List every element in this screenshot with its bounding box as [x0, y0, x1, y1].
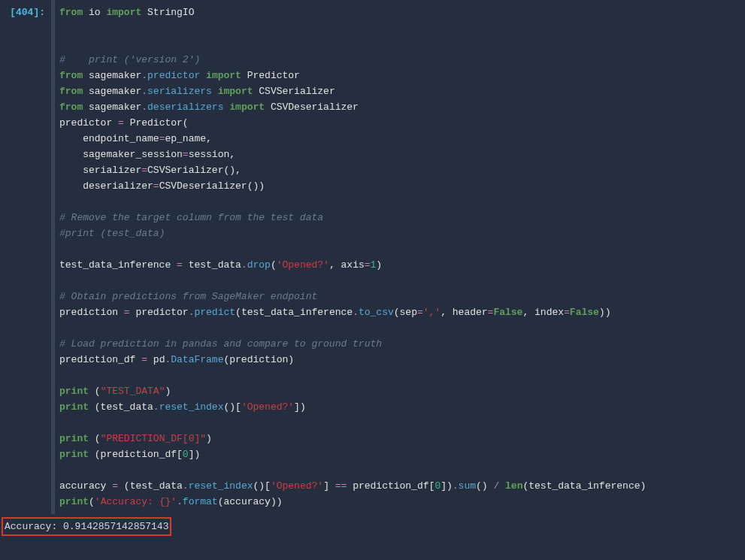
- builtin-print: print: [59, 386, 89, 397]
- num-0: 0: [183, 449, 189, 460]
- method-resetindex: reset_index: [159, 401, 224, 413]
- const-false: False: [570, 307, 599, 318]
- equals: =: [183, 149, 189, 160]
- method-drop: drop: [247, 259, 271, 271]
- keyword-from: from: [59, 7, 83, 18]
- expr: (test_data: [118, 480, 183, 492]
- submodule-predictor: predictor: [147, 70, 200, 81]
- args: (prediction): [223, 354, 294, 365]
- equals: =: [118, 117, 124, 129]
- string-opened: 'Opened?': [241, 401, 294, 413]
- builtin-print: print: [59, 496, 89, 507]
- paren: ): [165, 386, 171, 397]
- comment: #print (test_data): [59, 228, 165, 239]
- module-sagemaker: sagemaker: [83, 101, 141, 113]
- paren: ]): [294, 401, 306, 413]
- keyword-import: import: [206, 70, 241, 81]
- string-testdata: "TEST_DATA": [101, 386, 165, 397]
- value-csvdeserializer: CSVDeserializer()): [159, 180, 265, 192]
- paren: (: [89, 433, 101, 444]
- kwarg-serializer: serializer: [59, 165, 141, 176]
- value-session: session,: [189, 149, 235, 160]
- assign-left: prediction_df: [59, 354, 141, 365]
- equals: =: [141, 165, 147, 176]
- submodule-deserializers: deserializers: [147, 101, 223, 113]
- code-input-area[interactable]: from io import StringIO # print ('versio…: [55, 0, 745, 514]
- paren: ]): [441, 480, 453, 492]
- string-opened: 'Opened?': [271, 480, 323, 492]
- builtin-print: print: [59, 449, 89, 460]
- dot: .: [353, 307, 359, 318]
- paren: ): [206, 433, 212, 444]
- paren: )): [599, 307, 611, 318]
- accuracy-text: Accuracy: 0.9142857142857143: [5, 521, 168, 532]
- space: [200, 70, 206, 81]
- equals: =: [177, 259, 183, 271]
- builtin-print: print: [59, 401, 89, 413]
- test-data: test_data: [183, 259, 241, 271]
- paren: ): [376, 259, 382, 271]
- expr: prediction_df[: [347, 480, 435, 492]
- method-sum: sum: [459, 480, 476, 492]
- string-accuracy: 'Accuracy: {}': [95, 496, 177, 507]
- string-opened: 'Opened?': [277, 259, 329, 271]
- space: [212, 86, 218, 97]
- name-csvserializer: CSVSerializer: [253, 86, 335, 97]
- value-epname: ep_name,: [165, 133, 211, 144]
- keyword-import: import: [229, 101, 265, 113]
- args: (test_data_inference): [522, 480, 646, 492]
- cell-prompt: [404]:: [0, 0, 51, 25]
- comment: # print ('version 2'): [59, 54, 200, 65]
- kwarg-endpoint: endpoint_name: [59, 133, 159, 144]
- args: (accuracy)): [218, 496, 283, 507]
- submodule-serializers: serializers: [147, 86, 212, 97]
- assign-left: accuracy: [59, 480, 112, 492]
- keyword-from: from: [59, 86, 83, 97]
- dot: .: [141, 70, 147, 81]
- comment: # Remove the target column from the test…: [59, 212, 323, 223]
- kwarg-deserializer: deserializer: [59, 180, 153, 192]
- string-predictiondf: "PREDICTION_DF[0]": [101, 433, 206, 444]
- name-stringio: StringIO: [141, 7, 194, 18]
- comment: # Load prediction in pandas and compare …: [59, 338, 382, 350]
- paren: ]): [189, 449, 201, 460]
- output-area: Accuracy: 0.9142857142857143: [0, 514, 745, 539]
- paren: (): [476, 480, 493, 492]
- call-predictor: Predictor(: [124, 117, 189, 129]
- assign-left: prediction: [59, 307, 124, 318]
- module-sagemaker: sagemaker: [83, 70, 141, 81]
- code-cell: [404]: from io import StringIO # print (…: [0, 0, 745, 514]
- dot: .: [177, 496, 183, 507]
- dot: .: [141, 101, 147, 113]
- paren: (sep: [394, 307, 417, 318]
- keyword-from: from: [59, 101, 83, 113]
- paren: ()[: [223, 401, 241, 413]
- kwarg-index: , index: [522, 307, 564, 318]
- module-io: io: [83, 7, 106, 18]
- keyword-from: from: [59, 70, 83, 81]
- method-resetindex: reset_index: [189, 480, 253, 492]
- method-format: format: [183, 496, 218, 507]
- comment: # Obtain predictions from SageMaker endp…: [59, 291, 317, 302]
- assign-left: predictor: [59, 117, 118, 129]
- equals: =: [141, 354, 147, 365]
- keyword-import: import: [106, 7, 141, 18]
- method-predict: predict: [194, 307, 235, 318]
- paren: (: [271, 259, 277, 271]
- builtin-print: print: [59, 433, 89, 444]
- args: (test_data_inference: [235, 307, 353, 318]
- pd-var: pd: [147, 354, 165, 365]
- const-false: False: [493, 307, 522, 318]
- equals: =: [112, 480, 118, 492]
- kwarg-axis: , axis: [329, 259, 365, 271]
- paren: (: [89, 386, 101, 397]
- module-sagemaker: sagemaker: [83, 86, 141, 97]
- args: (prediction_df[: [89, 449, 183, 460]
- eqeq: ==: [335, 480, 347, 492]
- kwarg-session: sagemaker_session: [59, 149, 183, 160]
- space: [499, 480, 505, 492]
- kwarg-header: , header: [441, 307, 487, 318]
- value-csvserializer: CSVSerializer(),: [147, 165, 241, 176]
- method-dataframe: DataFrame: [171, 354, 223, 365]
- equals: =: [365, 259, 371, 271]
